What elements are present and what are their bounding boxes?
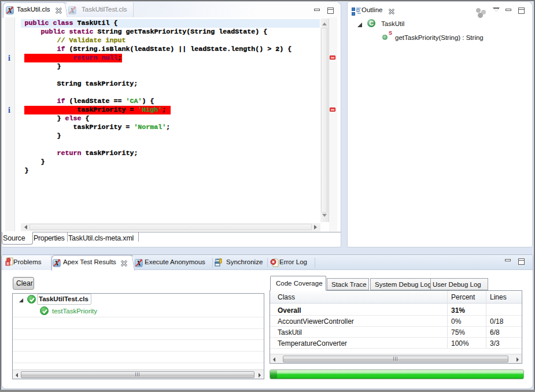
svg-text:x: x (7, 261, 9, 265)
